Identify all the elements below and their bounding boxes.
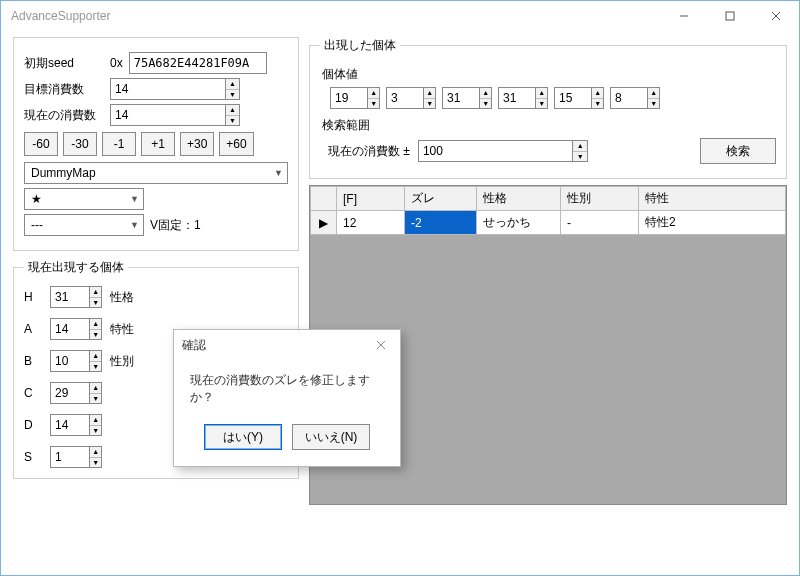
- grid-cell-f[interactable]: 12: [337, 211, 405, 235]
- spinner-up-icon[interactable]: ▲: [90, 415, 101, 426]
- spinner-down-icon[interactable]: ▼: [226, 90, 239, 100]
- map-combo[interactable]: DummyMap ▼: [24, 162, 288, 184]
- spinner-down-icon[interactable]: ▼: [480, 99, 491, 109]
- current-value[interactable]: [111, 105, 225, 125]
- minimize-button[interactable]: [661, 1, 707, 31]
- step-p60-button[interactable]: +60: [219, 132, 253, 156]
- close-icon: [376, 340, 386, 350]
- step-p1-button[interactable]: +1: [141, 132, 175, 156]
- iv-c-spinner[interactable]: ▲▼: [50, 382, 102, 404]
- target-spinner[interactable]: ▲▼: [110, 78, 240, 100]
- spinner-down-icon[interactable]: ▼: [90, 426, 101, 436]
- iv-h-label: H: [24, 290, 42, 304]
- step-p30-button[interactable]: +30: [180, 132, 214, 156]
- iv-d-value[interactable]: [51, 415, 89, 435]
- appeared-iv-5[interactable]: ▲▼: [610, 87, 660, 109]
- appeared-iv-3[interactable]: ▲▼: [498, 87, 548, 109]
- spinner-down-icon[interactable]: ▼: [90, 458, 101, 468]
- grid-cell-gender[interactable]: -: [561, 211, 639, 235]
- results-grid[interactable]: [F] ズレ 性格 性別 特性 ▶ 12 -2 せっかち - 特性2: [310, 186, 786, 235]
- seed-hex-prefix: 0x: [110, 56, 123, 70]
- star-combo-value: ★: [31, 192, 42, 206]
- spinner-up-icon[interactable]: ▲: [592, 88, 603, 99]
- iv-h-spinner[interactable]: ▲▼: [50, 286, 102, 308]
- dialog-yes-button[interactable]: はい(Y): [204, 424, 282, 450]
- iv-s-spinner[interactable]: ▲▼: [50, 446, 102, 468]
- iv-d-spinner[interactable]: ▲▼: [50, 414, 102, 436]
- appeared-group: 出現した個体 個体値 ▲▼ ▲▼ ▲▼ ▲▼ ▲▼ ▲▼ 検索範囲 現在の消費数…: [309, 37, 787, 179]
- grid-col-f[interactable]: [F]: [337, 187, 405, 211]
- search-range-spinner[interactable]: ▲▼: [418, 140, 588, 162]
- grid-col-zure[interactable]: ズレ: [405, 187, 477, 211]
- maximize-button[interactable]: [707, 1, 753, 31]
- spinner-down-icon[interactable]: ▼: [90, 330, 101, 340]
- grid-cell-zure[interactable]: -2: [405, 211, 477, 235]
- step-m30-button[interactable]: -30: [63, 132, 97, 156]
- spinner-up-icon[interactable]: ▲: [424, 88, 435, 99]
- dialog-close-button[interactable]: [370, 335, 392, 355]
- grid-cell-nature[interactable]: せっかち: [477, 211, 561, 235]
- spinner-up-icon[interactable]: ▲: [368, 88, 379, 99]
- spinner-down-icon[interactable]: ▼: [226, 116, 239, 126]
- star-combo[interactable]: ★ ▼: [24, 188, 144, 210]
- iv-c-label: C: [24, 386, 42, 400]
- iv-h-value[interactable]: [51, 287, 89, 307]
- seed-group: 初期seed 0x 目標消費数 ▲▼ 現在の消費数 ▲▼: [13, 37, 299, 251]
- grid-col-gender[interactable]: 性別: [561, 187, 639, 211]
- spinner-up-icon[interactable]: ▲: [90, 319, 101, 330]
- step-m60-button[interactable]: -60: [24, 132, 58, 156]
- spinner-up-icon[interactable]: ▲: [90, 287, 101, 298]
- spinner-up-icon[interactable]: ▲: [480, 88, 491, 99]
- grid-cell-ability[interactable]: 特性2: [639, 211, 786, 235]
- spinner-down-icon[interactable]: ▼: [536, 99, 547, 109]
- step-m1-button[interactable]: -1: [102, 132, 136, 156]
- grid-col-ability[interactable]: 特性: [639, 187, 786, 211]
- chevron-down-icon: ▼: [130, 194, 139, 204]
- appeared-iv-2[interactable]: ▲▼: [442, 87, 492, 109]
- dialog-no-button[interactable]: いいえ(N): [292, 424, 370, 450]
- iv-b-label: B: [24, 354, 42, 368]
- vfixed-label: V固定：1: [150, 217, 201, 234]
- spinner-up-icon[interactable]: ▲: [226, 79, 239, 90]
- minimize-icon: [679, 11, 689, 21]
- spinner-up-icon[interactable]: ▲: [648, 88, 659, 99]
- spinner-down-icon[interactable]: ▼: [424, 99, 435, 109]
- dash-combo[interactable]: --- ▼: [24, 214, 144, 236]
- seed-input[interactable]: [129, 52, 267, 74]
- appeared-iv-1[interactable]: ▲▼: [386, 87, 436, 109]
- spinner-up-icon[interactable]: ▲: [90, 351, 101, 362]
- appeared-legend: 出現した個体: [320, 37, 400, 54]
- iv-c-value[interactable]: [51, 383, 89, 403]
- spinner-down-icon[interactable]: ▼: [573, 152, 587, 162]
- iv-a-spinner[interactable]: ▲▼: [50, 318, 102, 340]
- app-window: AdvanceSupporter 初期seed 0x 目標: [0, 0, 800, 576]
- appeared-iv-0[interactable]: ▲▼: [330, 87, 380, 109]
- spinner-up-icon[interactable]: ▲: [573, 141, 587, 152]
- spinner-down-icon[interactable]: ▼: [90, 298, 101, 308]
- iv-s-value[interactable]: [51, 447, 89, 467]
- spinner-down-icon[interactable]: ▼: [648, 99, 659, 109]
- iv-s-label: S: [24, 450, 42, 464]
- seed-label: 初期seed: [24, 55, 104, 72]
- spinner-down-icon[interactable]: ▼: [592, 99, 603, 109]
- close-icon: [771, 11, 781, 21]
- grid-col-nature[interactable]: 性格: [477, 187, 561, 211]
- current-spinner[interactable]: ▲▼: [110, 104, 240, 126]
- spinner-down-icon[interactable]: ▼: [90, 394, 101, 404]
- spinner-down-icon[interactable]: ▼: [368, 99, 379, 109]
- spinner-down-icon[interactable]: ▼: [90, 362, 101, 372]
- spinner-up-icon[interactable]: ▲: [90, 383, 101, 394]
- search-button[interactable]: 検索: [700, 138, 776, 164]
- spinner-up-icon[interactable]: ▲: [226, 105, 239, 116]
- dash-combo-value: ---: [31, 218, 43, 232]
- target-value[interactable]: [111, 79, 225, 99]
- iv-b-value[interactable]: [51, 351, 89, 371]
- spinner-up-icon[interactable]: ▲: [536, 88, 547, 99]
- spinner-up-icon[interactable]: ▲: [90, 447, 101, 458]
- iv-a-value[interactable]: [51, 319, 89, 339]
- iv-b-spinner[interactable]: ▲▼: [50, 350, 102, 372]
- current-label: 現在の消費数: [24, 107, 104, 124]
- grid-row[interactable]: ▶ 12 -2 せっかち - 特性2: [311, 211, 786, 235]
- appeared-iv-4[interactable]: ▲▼: [554, 87, 604, 109]
- close-button[interactable]: [753, 1, 799, 31]
